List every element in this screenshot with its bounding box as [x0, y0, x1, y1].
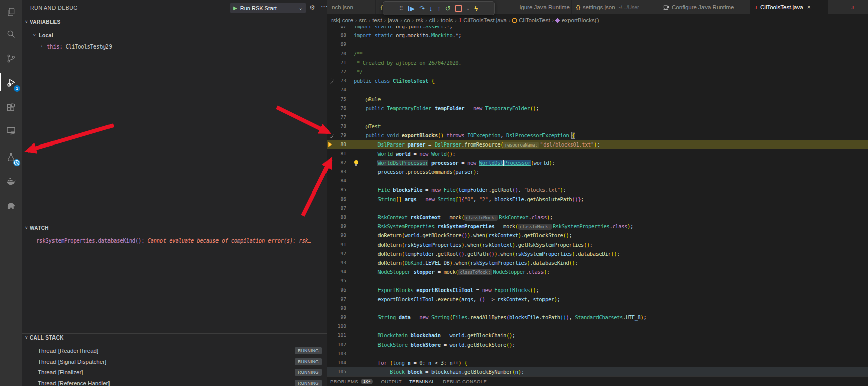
line-number[interactable]: 99 [327, 313, 346, 322]
line-number[interactable]: 90 [327, 231, 346, 240]
code-line-104[interactable]: 104 for (long n = 0; n < 3; n++) { [327, 358, 868, 367]
line-number[interactable]: 92 [327, 249, 346, 258]
line-number[interactable]: 68 [327, 31, 346, 40]
code-line-98[interactable]: 98 [327, 304, 868, 313]
code-line-99[interactable]: 99 String data = new String(Files.readAl… [327, 313, 868, 322]
close-icon[interactable]: × [807, 4, 811, 11]
code-line-88[interactable]: 88 RskContext rskContext = mock(classToM… [327, 213, 868, 222]
line-number[interactable]: 89 [327, 222, 346, 231]
breadcrumb-item[interactable]: exportBlocks() [556, 17, 599, 23]
breadcrumb-item[interactable]: src [359, 17, 366, 23]
activity-bar-item-source-control[interactable] [0, 49, 22, 67]
code-line-76[interactable]: 76 public TemporaryFolder tempFolder = n… [327, 104, 868, 113]
code-line-92[interactable]: 92 doReturn(tempFolder.getRoot().getPath… [327, 249, 868, 258]
code-line-95[interactable]: 95 [327, 276, 868, 285]
code-line-81[interactable]: 81 World world = new World(); [327, 149, 868, 158]
line-number[interactable]: 75 [327, 94, 346, 104]
call-stack-section-header[interactable]: ∨ CALL STACK [22, 335, 327, 344]
line-number[interactable]: 71 [327, 58, 346, 67]
gear-icon[interactable]: ⚙ [309, 4, 315, 11]
line-number[interactable]: 87 [327, 204, 346, 213]
line-number[interactable]: 86 [327, 195, 346, 204]
code-line-87[interactable]: 87 [327, 204, 868, 213]
line-number[interactable]: 76 [327, 104, 346, 113]
line-number[interactable]: 95 [327, 276, 346, 285]
line-number[interactable]: 78 [327, 122, 346, 131]
line-number[interactable]: 77 [327, 113, 346, 122]
stop-dropdown-chevron-icon[interactable]: ⌄ [466, 6, 470, 11]
call-stack-thread-row[interactable]: Thread [Finalizer]RUNNING [22, 368, 327, 377]
activity-bar-item-explorer[interactable] [0, 3, 22, 21]
breadcrumb-item[interactable]: java [388, 17, 398, 23]
code-line-97[interactable]: 97 exportBlocksCliTool.execute(args, () … [327, 295, 868, 304]
code-line-71[interactable]: 71 * Created by ajlopez on 26/04/2020. [327, 58, 868, 67]
code-line-90[interactable]: 90 doReturn(world.getBlockStore()).when(… [327, 231, 868, 240]
code-line-75[interactable]: 75 @Rule [327, 94, 868, 104]
editor-tab-settings.json[interactable]: {}settings.json~/.../User [572, 0, 658, 14]
code-line-83[interactable]: 83 processor.processCommands(parser); [327, 167, 868, 176]
line-number[interactable]: 104 [327, 358, 346, 367]
code-line-103[interactable]: 103 [327, 349, 868, 358]
step-out-icon[interactable]: ↑ [437, 5, 441, 12]
breadcrumb-item[interactable]: tools [441, 17, 453, 23]
line-number[interactable]: 102 [327, 340, 346, 349]
breadcrumb-item[interactable]: cli [429, 17, 435, 23]
breadcrumb-item[interactable]: JCliToolsTest.java [459, 17, 507, 23]
code-line-86[interactable]: 86 String[] args = new String[]{"0", "2"… [327, 195, 868, 204]
call-stack-thread-row[interactable]: Thread [Signal Dispatcher]RUNNING [22, 357, 327, 366]
code-line-68[interactable]: 68import static org.mockito.Mockito.*; [327, 31, 868, 40]
panel-tab-output[interactable]: OUTPUT [381, 379, 401, 384]
code-line-72[interactable]: 72 */ [327, 67, 868, 76]
restart-icon[interactable]: ↺ [445, 5, 451, 12]
line-number[interactable]: 70 [327, 49, 346, 58]
code-line-100[interactable]: 100 [327, 322, 868, 331]
line-number[interactable]: 94 [327, 267, 346, 276]
editor-tab-nch.json[interactable]: nch.json [327, 0, 375, 14]
line-number[interactable]: 105 [327, 367, 346, 376]
activity-bar-item-search[interactable] [0, 25, 22, 43]
code-line-78[interactable]: 78 @Test [327, 122, 868, 131]
panel-tab-debug-console[interactable]: DEBUG CONSOLE [443, 379, 487, 384]
line-number[interactable]: 81 [327, 149, 346, 158]
code-line-79[interactable]: 79 public void exportBlocks() throws IOE… [327, 131, 868, 140]
line-number[interactable]: 69 [327, 40, 346, 49]
code-line-105[interactable]: 105 Block block = blockchain.getBlockByN… [327, 367, 868, 376]
activity-bar-item-extensions[interactable] [0, 99, 22, 117]
line-number[interactable]: 83 [327, 167, 346, 176]
activity-bar-item-run-and-debug[interactable]: 1 [0, 73, 22, 91]
variable-this-row[interactable]: › this: CliToolsTest@29 [22, 42, 327, 51]
stop-icon[interactable] [455, 5, 462, 12]
editor-tab-CliToolsTest.java[interactable]: JCliToolsTest.java× [750, 0, 828, 14]
editor-tab-Configure Java Runtime[interactable]: Configure Java Runtime [658, 0, 749, 14]
code-line-77[interactable]: 77 [327, 113, 868, 122]
line-number[interactable]: 100 [327, 322, 346, 331]
variables-scope-local[interactable]: ∨ Local [22, 31, 327, 40]
line-number[interactable]: 97 [327, 295, 346, 304]
step-into-icon[interactable]: ↓ [429, 5, 433, 12]
line-number[interactable]: 74 [327, 85, 346, 94]
activity-bar-item-gradle[interactable] [0, 196, 22, 214]
code-line-89[interactable]: 89 RskSystemProperties rskSystemProperti… [327, 222, 868, 231]
code-line-102[interactable]: 102 BlockStore blockStore = world.getBlo… [327, 340, 868, 349]
breadcrumb-item[interactable]: CliToolsTest [512, 17, 550, 23]
line-number[interactable]: 93 [327, 258, 346, 267]
line-number[interactable]: 85 [327, 185, 346, 195]
run-configuration-dropdown[interactable]: ▶ Run RSK Start ⌄ [230, 3, 306, 13]
line-number[interactable]: 82 [327, 158, 346, 167]
code-line-91[interactable]: 91 doReturn(rskSystemProperties).when(rs… [327, 240, 868, 249]
call-stack-thread-row[interactable]: Thread [Reference Handler]RUNNING [22, 379, 327, 386]
code-line-80[interactable]: 80 DslParser parser = DslParser.fromReso… [327, 140, 868, 149]
line-number[interactable]: 84 [327, 176, 346, 185]
variables-section-header[interactable]: ∨ VARIABLES [22, 19, 327, 28]
line-number[interactable]: 72 [327, 67, 346, 76]
code-line-82[interactable]: 82 WorldDslProcessor processor = new Wor… [327, 158, 868, 167]
call-stack-thread-row[interactable]: Thread [ReaderThread]RUNNING [22, 346, 327, 355]
breadcrumb-item[interactable]: rskj-core [331, 17, 353, 23]
hot-code-replace-icon[interactable]: ϟ [474, 5, 478, 12]
activity-bar-item-remote-explorer[interactable] [0, 121, 22, 139]
breadcrumb-item[interactable]: rsk [416, 17, 423, 23]
panel-tab-problems[interactable]: PROBLEMS1K+ [330, 379, 373, 384]
code-line-94[interactable]: 94 NodeStopper stopper = mock(classToMoc… [327, 267, 868, 276]
code-line-93[interactable]: 93 doReturn(DbKind.LEVEL_DB).when(rskSys… [327, 258, 868, 267]
panel-tab-terminal[interactable]: TERMINAL [409, 379, 435, 384]
